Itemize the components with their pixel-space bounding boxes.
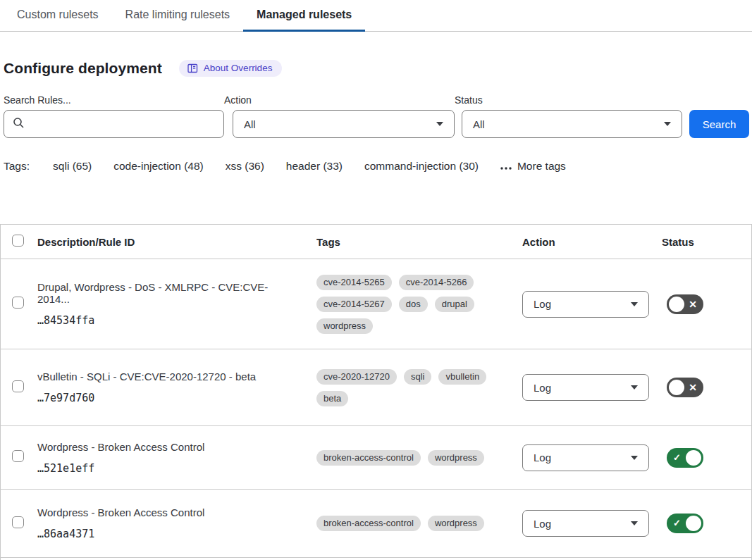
rule-tags: broken-access-control wordpress xyxy=(316,450,510,466)
tag-link-xss[interactable]: xss (36) xyxy=(226,160,264,173)
table-row: Wordpress - Broken Access Control …86aa4… xyxy=(1,490,751,558)
book-icon xyxy=(187,63,198,73)
col-description: Description/Rule ID xyxy=(37,236,316,248)
tag-chip: cve-2014-5265 xyxy=(316,275,392,290)
rule-id: …7e97d760 xyxy=(37,392,316,404)
status-toggle[interactable]: ✕ xyxy=(667,378,703,397)
status-filter-select[interactable]: All xyxy=(462,110,682,138)
tag-chip: vbulletin xyxy=(438,369,486,385)
page-title: Configure deployment xyxy=(4,60,162,77)
chevron-down-icon xyxy=(631,385,638,390)
tag-chip: cve-2014-5266 xyxy=(399,275,474,290)
toggle-knob xyxy=(669,297,684,312)
search-box[interactable] xyxy=(4,110,224,138)
row-checkbox[interactable] xyxy=(12,516,24,528)
table-header-row: Description/Rule ID Tags Action Status xyxy=(1,225,751,259)
action-filter-label: Action xyxy=(224,94,455,106)
more-tags-label: More tags xyxy=(517,160,566,173)
toggle-knob xyxy=(686,516,701,531)
row-checkbox[interactable] xyxy=(12,380,24,392)
rule-tags: cve-2014-5265 cve-2014-5266 cve-2014-526… xyxy=(316,275,510,334)
search-button[interactable]: Search xyxy=(689,110,749,138)
action-select-value: Log xyxy=(534,518,551,530)
row-checkbox[interactable] xyxy=(12,297,24,309)
rule-id: …86aa4371 xyxy=(37,528,316,540)
col-action: Action xyxy=(521,236,662,248)
tab-managed-rulesets[interactable]: Managed rulesets xyxy=(243,0,365,32)
action-filter-value: All xyxy=(244,118,256,130)
action-select[interactable]: Log xyxy=(522,374,649,401)
tags-bar: Tags: sqli (65) code-injection (48) xss … xyxy=(4,160,749,173)
action-filter-select[interactable]: All xyxy=(233,110,455,138)
col-status: Status xyxy=(662,236,751,248)
search-icon xyxy=(13,117,25,132)
heading-row: Configure deployment About Overrides xyxy=(4,60,749,77)
col-tags: Tags xyxy=(316,236,521,248)
rules-table: Description/Rule ID Tags Action Status D… xyxy=(0,224,752,560)
check-icon: ✓ xyxy=(673,452,681,463)
tag-link-header[interactable]: header (33) xyxy=(286,160,343,173)
chevron-down-icon xyxy=(631,302,638,306)
action-select-value: Log xyxy=(534,298,551,310)
tag-chip: dos xyxy=(399,297,428,312)
row-checkbox[interactable] xyxy=(12,450,24,462)
ruleset-tabbar: Custom rulesets Rate limiting rulesets M… xyxy=(0,0,752,32)
about-overrides-badge[interactable]: About Overrides xyxy=(179,60,283,77)
tag-chip: cve-2014-5267 xyxy=(316,297,392,312)
tag-chip: cve-2020-12720 xyxy=(316,369,397,385)
search-label: Search Rules... xyxy=(4,94,224,106)
x-icon: ✕ xyxy=(689,382,697,393)
chevron-down-icon xyxy=(631,456,638,460)
select-all-checkbox[interactable] xyxy=(12,235,24,247)
about-overrides-label: About Overrides xyxy=(204,63,273,73)
status-toggle[interactable]: ✓ xyxy=(667,514,703,533)
table-row: vBulletin - SQLi - CVE:CVE-2020-12720 - … xyxy=(1,349,751,426)
rule-id: …521e1eff xyxy=(37,462,316,475)
tag-link-sqli[interactable]: sqli (65) xyxy=(53,160,92,173)
tag-chip: sqli xyxy=(404,369,432,385)
status-filter-value: All xyxy=(473,118,485,130)
action-select[interactable]: Log xyxy=(522,510,649,537)
filter-bar: Search Rules... Action All Status xyxy=(4,94,749,138)
x-icon: ✕ xyxy=(689,298,697,309)
tag-chip: broken-access-control xyxy=(316,450,421,466)
check-icon: ✓ xyxy=(673,518,681,528)
rule-tags: broken-access-control wordpress xyxy=(316,516,510,531)
tag-link-code-injection[interactable]: code-injection (48) xyxy=(113,160,204,173)
toggle-knob xyxy=(686,450,701,466)
rule-tags: cve-2020-12720 sqli vbulletin beta xyxy=(316,369,510,406)
tag-chip: beta xyxy=(316,391,348,406)
tab-custom-rulesets[interactable]: Custom rulesets xyxy=(4,0,112,32)
status-toggle[interactable]: ✕ xyxy=(667,294,703,314)
tag-chip: wordpress xyxy=(428,516,484,531)
table-row: Wordpress - Broken Access Control …521e1… xyxy=(1,426,751,490)
action-select[interactable]: Log xyxy=(522,444,649,471)
tag-chip: drupal xyxy=(435,297,474,312)
table-row: Drupal, Wordpress - DoS - XMLRPC - CVE:C… xyxy=(1,259,751,349)
rule-description: Wordpress - Broken Access Control xyxy=(37,506,316,518)
tag-chip: wordpress xyxy=(316,318,373,334)
ellipsis-icon xyxy=(500,160,512,173)
tag-chip: wordpress xyxy=(428,450,484,466)
more-tags-button[interactable]: More tags xyxy=(500,160,566,173)
action-select[interactable]: Log xyxy=(522,291,649,318)
chevron-down-icon xyxy=(436,122,443,126)
rule-description: Drupal, Wordpress - DoS - XMLRPC - CVE:C… xyxy=(37,281,316,305)
rule-description: vBulletin - SQLi - CVE:CVE-2020-12720 - … xyxy=(37,371,316,382)
chevron-down-icon xyxy=(664,122,671,126)
rule-id: …84534ffa xyxy=(37,314,316,327)
status-toggle[interactable]: ✓ xyxy=(667,448,703,468)
search-input[interactable] xyxy=(31,118,215,130)
tag-chip: broken-access-control xyxy=(316,516,421,531)
tab-rate-limiting-rulesets[interactable]: Rate limiting rulesets xyxy=(112,0,244,32)
status-filter-label: Status xyxy=(455,94,682,106)
action-select-value: Log xyxy=(534,452,551,463)
tag-link-command-injection[interactable]: command-injection (30) xyxy=(364,160,479,173)
action-select-value: Log xyxy=(534,382,551,394)
toggle-knob xyxy=(669,380,684,395)
chevron-down-icon xyxy=(631,521,638,525)
tags-bar-label: Tags: xyxy=(4,160,30,173)
rule-description: Wordpress - Broken Access Control xyxy=(37,441,316,453)
